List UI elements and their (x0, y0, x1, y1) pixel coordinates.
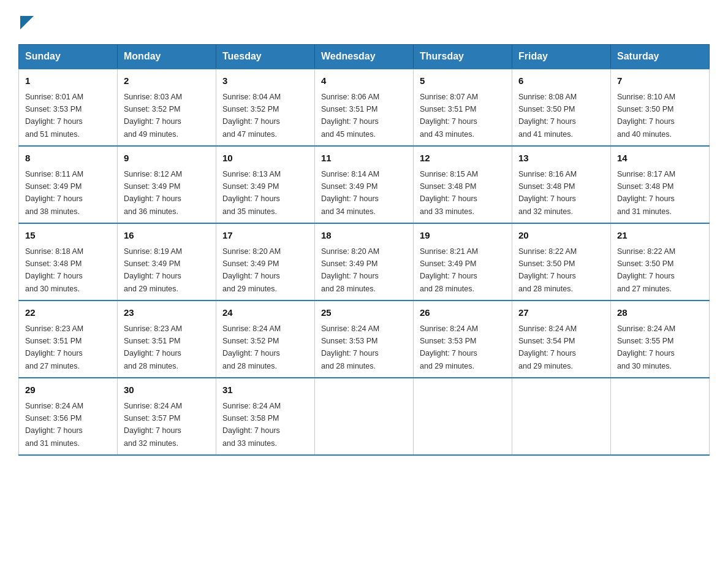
calendar-cell: 21Sunrise: 8:22 AMSunset: 3:50 PMDayligh… (611, 223, 710, 301)
calendar-cell: 11Sunrise: 8:14 AMSunset: 3:49 PMDayligh… (315, 146, 414, 223)
calendar-cell: 10Sunrise: 8:13 AMSunset: 3:49 PMDayligh… (216, 146, 315, 223)
day-info: Sunrise: 8:24 AMSunset: 3:57 PMDaylight:… (124, 402, 182, 448)
day-number: 11 (321, 151, 407, 166)
weekday-header-sunday: Sunday (19, 45, 118, 69)
day-info: Sunrise: 8:23 AMSunset: 3:51 PMDaylight:… (25, 324, 83, 370)
day-number: 21 (617, 229, 703, 243)
calendar-cell: 29Sunrise: 8:24 AMSunset: 3:56 PMDayligh… (19, 378, 118, 455)
day-number: 4 (321, 74, 407, 88)
calendar-cell: 20Sunrise: 8:22 AMSunset: 3:50 PMDayligh… (512, 223, 611, 301)
calendar-cell: 24Sunrise: 8:24 AMSunset: 3:52 PMDayligh… (216, 301, 315, 378)
calendar-cell (414, 378, 512, 455)
day-info: Sunrise: 8:11 AMSunset: 3:49 PMDaylight:… (25, 170, 83, 216)
day-info: Sunrise: 8:20 AMSunset: 3:49 PMDaylight:… (321, 247, 379, 293)
day-info: Sunrise: 8:24 AMSunset: 3:53 PMDaylight:… (321, 324, 379, 370)
day-number: 14 (617, 151, 703, 166)
day-info: Sunrise: 8:24 AMSunset: 3:53 PMDaylight:… (420, 324, 478, 370)
day-number: 24 (222, 306, 308, 320)
calendar-table: SundayMondayTuesdayWednesdayThursdayFrid… (18, 44, 710, 456)
calendar-cell: 30Sunrise: 8:24 AMSunset: 3:57 PMDayligh… (118, 378, 216, 455)
day-number: 27 (518, 306, 604, 320)
day-number: 2 (124, 74, 210, 88)
day-info: Sunrise: 8:24 AMSunset: 3:52 PMDaylight:… (222, 324, 281, 370)
calendar-cell: 16Sunrise: 8:19 AMSunset: 3:49 PMDayligh… (118, 223, 216, 301)
calendar-cell: 12Sunrise: 8:15 AMSunset: 3:48 PMDayligh… (414, 146, 512, 223)
calendar-cell: 13Sunrise: 8:16 AMSunset: 3:48 PMDayligh… (512, 146, 611, 223)
day-number: 19 (420, 229, 506, 243)
calendar-cell: 1Sunrise: 8:01 AMSunset: 3:53 PMDaylight… (19, 69, 118, 146)
logo (18, 12, 34, 32)
day-info: Sunrise: 8:12 AMSunset: 3:49 PMDaylight:… (124, 170, 182, 216)
calendar-week-row: 29Sunrise: 8:24 AMSunset: 3:56 PMDayligh… (19, 378, 710, 455)
day-number: 18 (321, 229, 407, 243)
calendar-cell (315, 378, 414, 455)
day-number: 13 (518, 151, 604, 166)
calendar-cell: 25Sunrise: 8:24 AMSunset: 3:53 PMDayligh… (315, 301, 414, 378)
day-info: Sunrise: 8:10 AMSunset: 3:50 PMDaylight:… (617, 93, 675, 139)
day-number: 26 (420, 306, 506, 320)
weekday-header-friday: Friday (512, 45, 611, 69)
calendar-week-row: 8Sunrise: 8:11 AMSunset: 3:49 PMDaylight… (19, 146, 710, 223)
calendar-cell: 27Sunrise: 8:24 AMSunset: 3:54 PMDayligh… (512, 301, 611, 378)
day-number: 1 (25, 74, 111, 88)
day-info: Sunrise: 8:04 AMSunset: 3:52 PMDaylight:… (222, 93, 281, 139)
day-number: 6 (518, 74, 604, 88)
day-info: Sunrise: 8:19 AMSunset: 3:49 PMDaylight:… (124, 247, 182, 293)
day-number: 23 (124, 306, 210, 320)
day-info: Sunrise: 8:01 AMSunset: 3:53 PMDaylight:… (25, 93, 83, 139)
day-info: Sunrise: 8:16 AMSunset: 3:48 PMDaylight:… (518, 170, 577, 216)
svg-marker-0 (20, 16, 34, 29)
day-number: 8 (25, 151, 111, 166)
calendar-cell (512, 378, 611, 455)
calendar-cell: 2Sunrise: 8:03 AMSunset: 3:52 PMDaylight… (118, 69, 216, 146)
calendar-cell: 6Sunrise: 8:08 AMSunset: 3:50 PMDaylight… (512, 69, 611, 146)
day-info: Sunrise: 8:06 AMSunset: 3:51 PMDaylight:… (321, 93, 379, 139)
day-info: Sunrise: 8:18 AMSunset: 3:48 PMDaylight:… (25, 247, 83, 293)
day-number: 12 (420, 151, 506, 166)
day-info: Sunrise: 8:23 AMSunset: 3:51 PMDaylight:… (124, 324, 182, 370)
day-number: 5 (420, 74, 506, 88)
day-number: 10 (222, 151, 308, 166)
calendar-week-row: 15Sunrise: 8:18 AMSunset: 3:48 PMDayligh… (19, 223, 710, 301)
calendar-cell: 5Sunrise: 8:07 AMSunset: 3:51 PMDaylight… (414, 69, 512, 146)
calendar-cell: 19Sunrise: 8:21 AMSunset: 3:49 PMDayligh… (414, 223, 512, 301)
calendar-cell (611, 378, 710, 455)
day-info: Sunrise: 8:13 AMSunset: 3:49 PMDaylight:… (222, 170, 281, 216)
weekday-header-wednesday: Wednesday (315, 45, 414, 69)
day-number: 16 (124, 229, 210, 243)
weekday-header-monday: Monday (118, 45, 216, 69)
calendar-cell: 15Sunrise: 8:18 AMSunset: 3:48 PMDayligh… (19, 223, 118, 301)
day-info: Sunrise: 8:24 AMSunset: 3:54 PMDaylight:… (518, 324, 577, 370)
day-info: Sunrise: 8:20 AMSunset: 3:49 PMDaylight:… (222, 247, 281, 293)
day-info: Sunrise: 8:03 AMSunset: 3:52 PMDaylight:… (124, 93, 182, 139)
day-info: Sunrise: 8:07 AMSunset: 3:51 PMDaylight:… (420, 93, 478, 139)
calendar-cell: 8Sunrise: 8:11 AMSunset: 3:49 PMDaylight… (19, 146, 118, 223)
day-info: Sunrise: 8:22 AMSunset: 3:50 PMDaylight:… (518, 247, 577, 293)
day-number: 3 (222, 74, 308, 88)
calendar-cell: 31Sunrise: 8:24 AMSunset: 3:58 PMDayligh… (216, 378, 315, 455)
day-number: 25 (321, 306, 407, 320)
day-number: 28 (617, 306, 703, 320)
calendar-cell: 14Sunrise: 8:17 AMSunset: 3:48 PMDayligh… (611, 146, 710, 223)
day-info: Sunrise: 8:21 AMSunset: 3:49 PMDaylight:… (420, 247, 478, 293)
day-number: 7 (617, 74, 703, 88)
calendar-cell: 7Sunrise: 8:10 AMSunset: 3:50 PMDaylight… (611, 69, 710, 146)
day-info: Sunrise: 8:24 AMSunset: 3:56 PMDaylight:… (25, 402, 83, 448)
day-number: 9 (124, 151, 210, 166)
day-info: Sunrise: 8:17 AMSunset: 3:48 PMDaylight:… (617, 170, 675, 216)
calendar-cell: 28Sunrise: 8:24 AMSunset: 3:55 PMDayligh… (611, 301, 710, 378)
day-info: Sunrise: 8:24 AMSunset: 3:55 PMDaylight:… (617, 324, 675, 370)
page-header (18, 12, 710, 32)
day-number: 20 (518, 229, 604, 243)
day-number: 31 (222, 383, 308, 397)
calendar-cell: 18Sunrise: 8:20 AMSunset: 3:49 PMDayligh… (315, 223, 414, 301)
day-info: Sunrise: 8:15 AMSunset: 3:48 PMDaylight:… (420, 170, 478, 216)
day-number: 15 (25, 229, 111, 243)
day-info: Sunrise: 8:24 AMSunset: 3:58 PMDaylight:… (222, 402, 281, 448)
logo-arrow-icon (20, 16, 34, 29)
weekday-header-saturday: Saturday (611, 45, 710, 69)
calendar-cell: 22Sunrise: 8:23 AMSunset: 3:51 PMDayligh… (19, 301, 118, 378)
day-number: 17 (222, 229, 308, 243)
calendar-week-row: 22Sunrise: 8:23 AMSunset: 3:51 PMDayligh… (19, 301, 710, 378)
day-number: 22 (25, 306, 111, 320)
